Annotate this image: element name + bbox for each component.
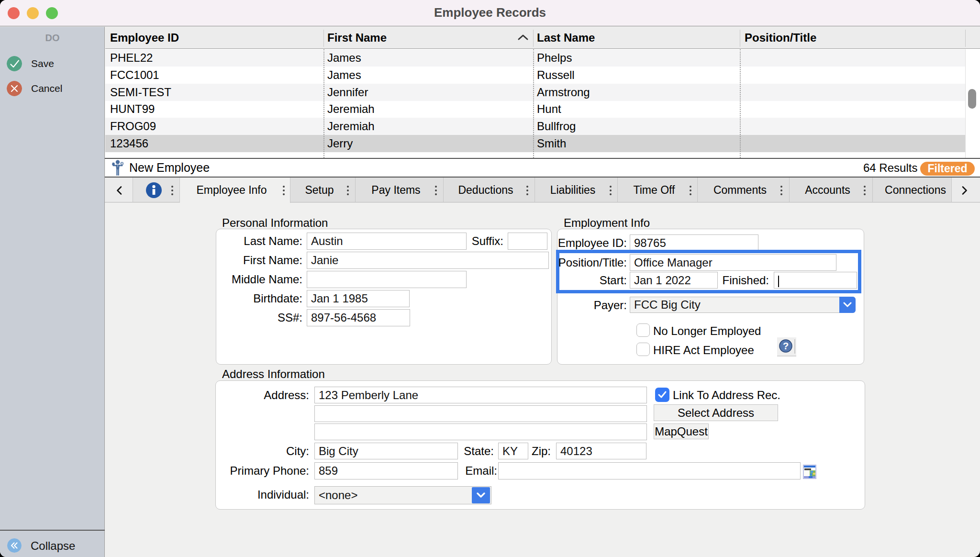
svg-text:?: ? bbox=[783, 341, 789, 351]
